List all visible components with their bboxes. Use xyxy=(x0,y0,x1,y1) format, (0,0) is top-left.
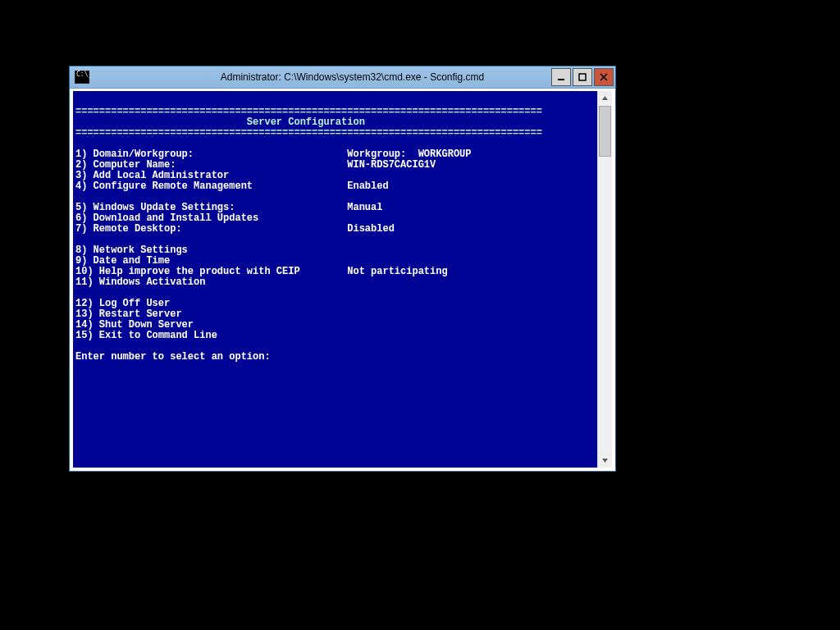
close-button[interactable] xyxy=(594,68,614,86)
maximize-button[interactable] xyxy=(573,68,592,86)
scroll-down-button[interactable] xyxy=(598,454,612,468)
client-area: ========================================… xyxy=(73,91,612,468)
vertical-scrollbar[interactable] xyxy=(597,91,612,468)
window-controls xyxy=(550,68,614,86)
scroll-thumb[interactable] xyxy=(599,106,611,157)
minimize-button[interactable] xyxy=(551,68,571,86)
svg-rect-0 xyxy=(558,79,564,80)
system-menu-icon[interactable] xyxy=(75,71,89,84)
minimize-icon xyxy=(557,73,565,81)
chevron-up-icon xyxy=(601,94,609,102)
svg-rect-1 xyxy=(579,74,586,80)
cmd-window: Administrator: C:\Windows\system32\cmd.e… xyxy=(69,66,616,472)
console-area[interactable]: ========================================… xyxy=(73,91,597,468)
titlebar[interactable]: Administrator: C:\Windows\system32\cmd.e… xyxy=(70,66,615,89)
maximize-icon xyxy=(578,73,587,81)
close-icon xyxy=(600,73,608,81)
chevron-down-icon xyxy=(601,457,609,464)
console-output: ========================================… xyxy=(75,96,597,363)
window-title: Administrator: C:\Windows\system32\cmd.e… xyxy=(94,71,615,83)
scroll-up-button[interactable] xyxy=(598,91,612,105)
